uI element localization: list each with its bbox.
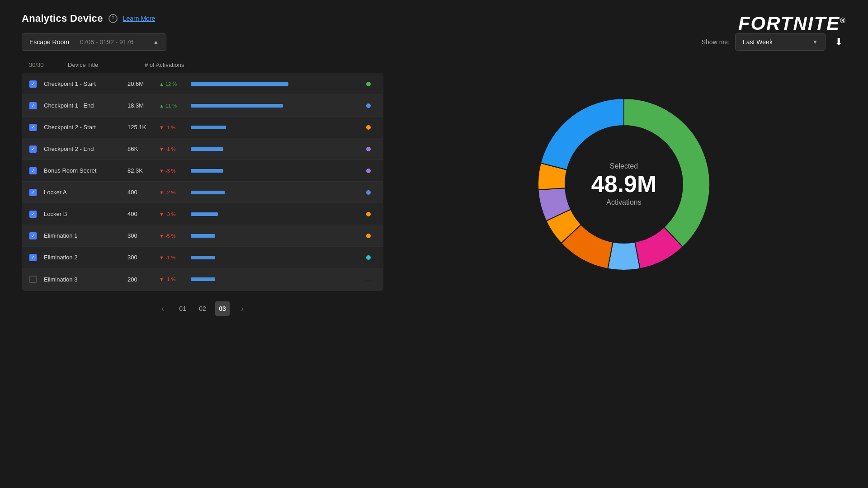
checkbox-cell[interactable]	[29, 80, 44, 88]
col-activations: # of Activations	[145, 61, 226, 68]
change-percent: 12 %	[165, 81, 177, 87]
table-row: Checkpoint 1 - End 18.3M ▲ 11 %	[22, 95, 383, 117]
checkbox[interactable]	[29, 254, 37, 261]
checkbox[interactable]	[29, 189, 37, 196]
change-arrow-icon: ▼	[159, 190, 164, 195]
learn-more-link[interactable]: Learn More	[123, 15, 156, 22]
checkbox-cell[interactable]	[29, 102, 44, 109]
device-name: Locker A	[44, 189, 127, 196]
checkbox-cell[interactable]	[29, 189, 44, 196]
time-dropdown[interactable]: Last Week ▼	[735, 33, 826, 51]
checkbox[interactable]	[29, 167, 37, 174]
main-content: 30/30 Device Title # of Activations Chec…	[0, 61, 868, 316]
activation-bar	[191, 212, 218, 216]
device-table: Checkpoint 1 - Start 20.6M ▲ 12 % Checkp…	[22, 73, 383, 291]
change-badge: ▲ 11 %	[159, 103, 191, 108]
device-name: Checkpoint 1 - Start	[44, 80, 127, 87]
checkbox[interactable]	[29, 80, 37, 88]
activations-value: 300	[127, 232, 159, 239]
bar-cell	[191, 125, 361, 130]
device-name: Elimination 2	[44, 254, 127, 261]
change-arrow-icon: ▼	[159, 146, 164, 152]
selected-label: Selected	[591, 162, 657, 170]
change-percent: -1 %	[165, 277, 176, 282]
bar-cell	[191, 146, 361, 152]
page-title: Analytics Device	[22, 13, 103, 24]
table-row: Locker B 400 ▼ -3 %	[22, 203, 383, 225]
page-button-01[interactable]: 01	[175, 301, 190, 316]
change-percent: 11 %	[165, 103, 177, 108]
checkbox-cell[interactable]	[29, 124, 44, 131]
table-header: 30/30 Device Title # of Activations	[22, 61, 383, 73]
donut-center: Selected 48.9M Activations	[591, 162, 657, 206]
status-dot	[366, 255, 371, 260]
checkbox[interactable]	[29, 276, 37, 283]
change-percent: -1 %	[165, 255, 176, 260]
change-percent: -1 %	[165, 125, 176, 130]
checkbox[interactable]	[29, 211, 37, 218]
activation-bar	[191, 256, 215, 259]
change-badge: ▼ -3 %	[159, 211, 191, 217]
status-dot	[366, 234, 371, 238]
activations-value: 86K	[127, 145, 159, 152]
activation-bar	[191, 104, 283, 108]
change-arrow-icon: ▼	[159, 255, 164, 260]
help-icon[interactable]: ?	[108, 14, 118, 23]
change-badge: ▼ -3 %	[159, 168, 191, 174]
dot-cell	[361, 212, 376, 216]
checkbox[interactable]	[29, 145, 37, 153]
dash-cell: —	[361, 276, 376, 283]
prev-page-button[interactable]: ‹	[156, 301, 170, 316]
checkbox-cell[interactable]	[29, 145, 44, 153]
change-arrow-icon: ▲	[159, 103, 164, 108]
change-badge: ▼ -1 %	[159, 146, 191, 152]
table-row: Bonus Room Secret 82.3K ▼ -3 %	[22, 160, 383, 182]
dot-cell	[361, 103, 376, 108]
change-percent: -3 %	[165, 168, 176, 174]
donut-value: 48.9M	[591, 172, 657, 196]
checkbox-cell[interactable]	[29, 211, 44, 218]
activations-value: 200	[127, 276, 159, 283]
table-row: Locker A 400 ▼ -2 %	[22, 182, 383, 203]
status-dot	[366, 103, 371, 108]
checkbox-cell[interactable]	[29, 254, 44, 261]
device-name: Elimination 3	[44, 276, 127, 283]
download-button[interactable]: ⬇	[831, 34, 846, 50]
device-name: Checkpoint 2 - Start	[44, 124, 127, 131]
activations-value: 125.1K	[127, 124, 159, 131]
pagination: ‹010203›	[22, 301, 383, 316]
activations-value: 400	[127, 189, 159, 196]
table-row: Elimination 1 300 ▼ -5 %	[22, 225, 383, 247]
status-dot	[366, 82, 371, 86]
change-badge: ▼ -1 %	[159, 277, 191, 282]
activation-bar	[191, 147, 223, 151]
page-button-02[interactable]: 02	[195, 301, 210, 316]
checkbox[interactable]	[29, 102, 37, 109]
dot-cell	[361, 169, 376, 173]
table-row: Checkpoint 2 - Start 125.1K ▼ -1 %	[22, 117, 383, 138]
activation-bar	[191, 169, 223, 173]
table-row: Elimination 2 300 ▼ -1 %	[22, 247, 383, 268]
page-button-03[interactable]: 03	[215, 301, 230, 316]
table-row: Checkpoint 2 - End 86K ▼ -1 %	[22, 138, 383, 160]
show-me-label: Show me:	[702, 38, 730, 46]
next-page-button[interactable]: ›	[235, 301, 250, 316]
checkbox[interactable]	[29, 124, 37, 131]
activation-bar	[191, 277, 215, 281]
checkbox-cell[interactable]	[29, 276, 44, 283]
fortnite-logo: FORTNITE®	[738, 13, 846, 34]
bar-cell	[191, 255, 361, 260]
checkbox-cell[interactable]	[29, 232, 44, 239]
table-area: 30/30 Device Title # of Activations Chec…	[22, 61, 383, 316]
dot-cell	[361, 255, 376, 260]
status-dot	[366, 147, 371, 151]
checkbox[interactable]	[29, 232, 37, 239]
change-percent: -2 %	[165, 190, 176, 195]
change-arrow-icon: ▼	[159, 125, 164, 130]
map-dropdown[interactable]: Escape Room 0706 - 0192 - 9176 ▲	[22, 33, 166, 51]
activation-bar	[191, 82, 288, 86]
activation-bar	[191, 126, 226, 129]
bar-cell	[191, 103, 361, 108]
checkbox-cell[interactable]	[29, 167, 44, 174]
activations-value: 300	[127, 254, 159, 261]
